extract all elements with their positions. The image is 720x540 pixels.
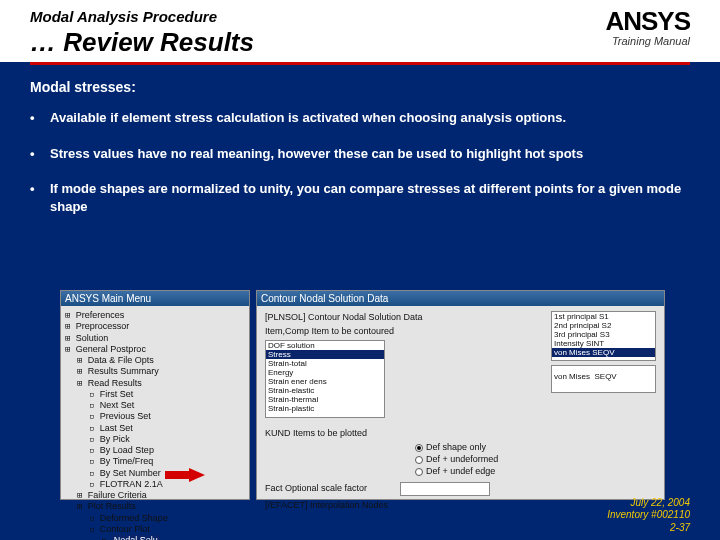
tree-panel: ANSYS Main Menu ⊞ Preferences⊞ Preproces… (60, 290, 250, 500)
content-area: Modal stresses: •Available if element st… (0, 65, 720, 215)
footer-inventory: Inventory #002110 (607, 509, 690, 522)
kund-label: KUND Items to be plotted (265, 428, 656, 438)
footer-block: July 22, 2004 Inventory #002110 2-37 (607, 497, 690, 535)
list-item[interactable]: Stress (266, 350, 384, 359)
tree-item[interactable]: ⊞ Solution (65, 333, 245, 344)
dialog-title: Contour Nodal Solution Data (257, 291, 664, 306)
echo-label: von Mises (554, 372, 590, 381)
bullet-text: Available if element stress calculation … (50, 109, 566, 127)
slide-header: Modal Analysis Procedure … Review Result… (0, 0, 720, 62)
list-item[interactable]: Strain-total (266, 359, 384, 368)
radio-def-shape-only[interactable]: Def shape only (415, 442, 656, 452)
fact-label: Fact Optional scale factor (265, 483, 367, 493)
radio-label: Def + undef edge (426, 466, 495, 476)
tree-item[interactable]: ▫ By Time/Freq (65, 456, 245, 467)
radio-label: Def + undeformed (426, 454, 498, 464)
tree-item[interactable]: ▫ By Set Number (65, 468, 245, 479)
footer-page: 2-37 (607, 522, 690, 535)
item-list-right-group: 1st principal S12nd principal S23rd prin… (551, 311, 656, 393)
tree-item[interactable]: ⊞ Data & File Opts (65, 355, 245, 366)
efacet-label: [/EFACET] Interpolation Nodes (265, 500, 388, 510)
bullet-list: •Available if element stress calculation… (30, 109, 690, 215)
tree-item[interactable]: ▫ Deformed Shape (65, 513, 245, 524)
fact-row: Fact Optional scale factor (265, 482, 656, 496)
list-item[interactable]: Strain-thermal (266, 395, 384, 404)
list-item[interactable]: Strain-plastic (266, 404, 384, 413)
list-item[interactable]: Strain ener dens (266, 377, 384, 386)
list-item[interactable]: von Mises SEQV (552, 348, 655, 357)
tree-item[interactable]: ▫ Next Set (65, 400, 245, 411)
list-item[interactable]: 2nd principal S2 (552, 321, 655, 330)
dialog-panel: Contour Nodal Solution Data [PLNSOL] Con… (256, 290, 665, 500)
radio-dot-icon (415, 444, 423, 452)
header-overline: Modal Analysis Procedure (30, 8, 690, 25)
radio-dot-icon (415, 468, 423, 476)
section-heading: Modal stresses: (30, 79, 690, 95)
logo-block: ANSYS Training Manual (605, 6, 690, 47)
header-title: … Review Results (30, 27, 690, 58)
tree-item[interactable]: ▫ Last Set (65, 423, 245, 434)
list-item[interactable]: 3rd principal S3 (552, 330, 655, 339)
ansys-logo: ANSYS (605, 6, 690, 37)
echo-value: SEQV (594, 372, 616, 381)
tree-item[interactable]: ▫ By Load Step (65, 445, 245, 456)
dialog-body: [PLNSOL] Contour Nodal Solution Data Ite… (257, 306, 664, 520)
tree-item[interactable]: ⊞ Read Results (65, 378, 245, 389)
tree-item[interactable]: ▫ By Pick (65, 434, 245, 445)
footer-date: July 22, 2004 (607, 497, 690, 510)
red-arrow-icon (165, 468, 205, 482)
efacet-row: [/EFACET] Interpolation Nodes (265, 500, 656, 510)
tree-body: ⊞ Preferences⊞ Preprocessor⊞ Solution⊞ G… (61, 306, 249, 540)
tree-item[interactable]: ▫ Previous Set (65, 411, 245, 422)
list-item[interactable]: DOF solution (266, 341, 384, 350)
bullet-item: •If mode shapes are normalized to unity,… (30, 180, 690, 215)
radio-dot-icon (415, 456, 423, 464)
list-item[interactable]: Strain-elastic (266, 386, 384, 395)
item-list-left[interactable]: DOF solutionStressStrain-totalEnergyStra… (265, 340, 385, 418)
radio-def-undef-edge[interactable]: Def + undef edge (415, 466, 656, 476)
tree-item[interactable]: ⊞ Results Summary (65, 366, 245, 377)
tree-item[interactable]: ⊞ General Postproc (65, 344, 245, 355)
tree-item[interactable]: ⊞ Preferences (65, 310, 245, 321)
list-item[interactable]: Energy (266, 368, 384, 377)
bullet-text: Stress values have no real meaning, howe… (50, 145, 583, 163)
tree-item[interactable]: ⊞ Failure Criteria (65, 490, 245, 501)
tree-item[interactable]: ▫ FLOTRAN 2.1A (65, 479, 245, 490)
bullet-text: If mode shapes are normalized to unity, … (50, 180, 690, 215)
tree-item[interactable]: ▫ Contour Plot (65, 524, 245, 535)
bullet-item: •Stress values have no real meaning, how… (30, 145, 690, 163)
radio-label: Def shape only (426, 442, 486, 452)
tree-item[interactable]: ⊞ Plot Results (65, 501, 245, 512)
item-list-right[interactable]: 1st principal S12nd principal S23rd prin… (551, 311, 656, 361)
fact-input[interactable] (400, 482, 490, 496)
bullet-item: •Available if element stress calculation… (30, 109, 690, 127)
tree-title: ANSYS Main Menu (61, 291, 249, 306)
list-item[interactable]: 1st principal S1 (552, 312, 655, 321)
list-item[interactable]: Intensity SINT (552, 339, 655, 348)
tree-item[interactable]: ▫ First Set (65, 389, 245, 400)
tree-item[interactable]: ▫ Nodal Solu (65, 535, 245, 540)
selection-echo: von Mises SEQV (551, 365, 656, 393)
radio-def-undeformed[interactable]: Def + undeformed (415, 454, 656, 464)
svg-marker-0 (165, 468, 205, 482)
logo-subtitle: Training Manual (605, 35, 690, 47)
screenshot-row: ANSYS Main Menu ⊞ Preferences⊞ Preproces… (60, 290, 665, 500)
tree-item[interactable]: ⊞ Preprocessor (65, 321, 245, 332)
